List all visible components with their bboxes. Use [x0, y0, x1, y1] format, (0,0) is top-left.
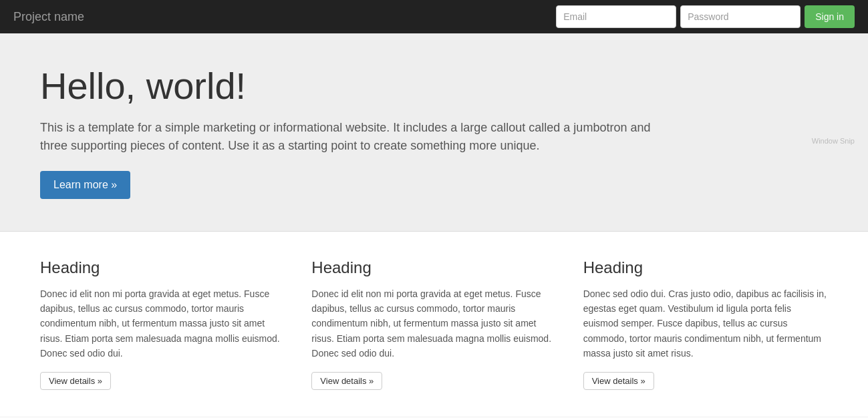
view-details-button-3[interactable]: View details »: [583, 372, 654, 390]
column-1: Heading Donec id elit non mi porta gravi…: [40, 258, 298, 390]
jumbotron: Hello, world! This is a template for a s…: [0, 33, 868, 232]
window-snip-label: Window Snip: [812, 137, 855, 145]
password-field[interactable]: [680, 5, 801, 28]
column-1-body: Donec id elit non mi porta gravida at eg…: [40, 286, 284, 361]
learn-more-button[interactable]: Learn more »: [40, 171, 130, 199]
column-2: Heading Donec id elit non mi porta gravi…: [311, 258, 569, 390]
jumbotron-heading: Hello, world!: [40, 65, 828, 107]
jumbotron-description: This is a template for a simple marketin…: [40, 119, 675, 155]
column-2-heading: Heading: [311, 258, 555, 277]
footer: © Company 2014: [0, 417, 868, 420]
navbar: Project name Sign in: [0, 0, 868, 33]
email-field[interactable]: [556, 5, 676, 28]
column-3-body: Donec sed odio dui. Cras justo odio, dap…: [583, 286, 827, 361]
main-content: Heading Donec id elit non mi porta gravi…: [0, 232, 868, 403]
navbar-form: Sign in: [556, 5, 855, 28]
column-1-heading: Heading: [40, 258, 284, 277]
sign-in-button[interactable]: Sign in: [805, 5, 855, 28]
columns-container: Heading Donec id elit non mi porta gravi…: [40, 258, 828, 390]
view-details-button-1[interactable]: View details »: [40, 372, 111, 390]
navbar-brand[interactable]: Project name: [13, 10, 84, 24]
column-3-heading: Heading: [583, 258, 827, 277]
column-3: Heading Donec sed odio dui. Cras justo o…: [583, 258, 828, 390]
column-2-body: Donec id elit non mi porta gravida at eg…: [311, 286, 555, 361]
view-details-button-2[interactable]: View details »: [311, 372, 382, 390]
